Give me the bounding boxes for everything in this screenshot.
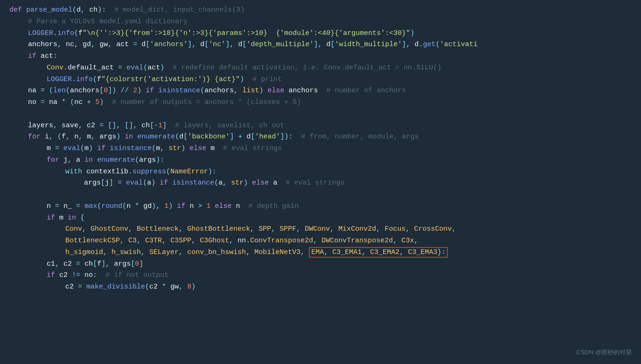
code-line: LOGGER.info(f"{colorstr('activation:')} … [9,74,641,86]
code-line: # Parse a YOLOv5 model.yaml dictionary [9,16,641,28]
code-line: if c2 != no: # if not output [9,270,641,282]
code-line: args[j] = eval(a) if isinstance(a, str) … [9,178,641,189]
code-line: LOGGER.info(f"\n{'':>3}{'from':>18}{'n':… [9,28,641,40]
code-line: Conv, GhostConv, Bottleneck, GhostBottle… [9,224,641,235]
code-line: if act: [9,51,641,62]
code-line: def parse_model(d, ch): # model_dict, in… [9,5,641,16]
code-line: for j, a in enumerate(args): [9,155,641,166]
code-line: no = na * (nc + 5) # number of outputs =… [9,97,641,109]
code-line: n = n_ = max(round(n * gd), 1) if n > 1 … [9,201,641,213]
code-line: c2 = make_divisible(c2 * gw, 8) [9,282,641,293]
code-line: Conv.default_act = eval(act) # redefine … [9,62,641,74]
code-line: m = eval(m) if isinstance(m, str) else m… [9,143,641,155]
code-line: layers, save, c2 = [], [], ch[-1] # laye… [9,120,641,132]
code-line: BottleneckCSP, C3, C3TR, C3SPP, C3Ghost,… [9,235,641,247]
code-line: with contextlib.suppress(NameError): [9,166,641,178]
code-line: if m in { [9,213,641,224]
code-container: def parse_model(d, ch): # model_dict, in… [0,0,641,364]
code-line [9,109,641,120]
code-line: for i, (f, n, m, args) in enumerate(d['b… [9,131,641,143]
code-line [9,189,641,201]
watermark: CSDN @雨秒的对望 [576,348,632,357]
code-line: h_sigmoid, h_swish, SELayer, conv_bn_hsw… [9,247,641,259]
code-line: c1, c2 = ch[f], args[0] [9,259,641,270]
code-line: na = (len(anchors[0]) // 2) if isinstanc… [9,85,641,97]
code-line: anchors, nc, gd, gw, act = d['anchors'],… [9,39,641,51]
